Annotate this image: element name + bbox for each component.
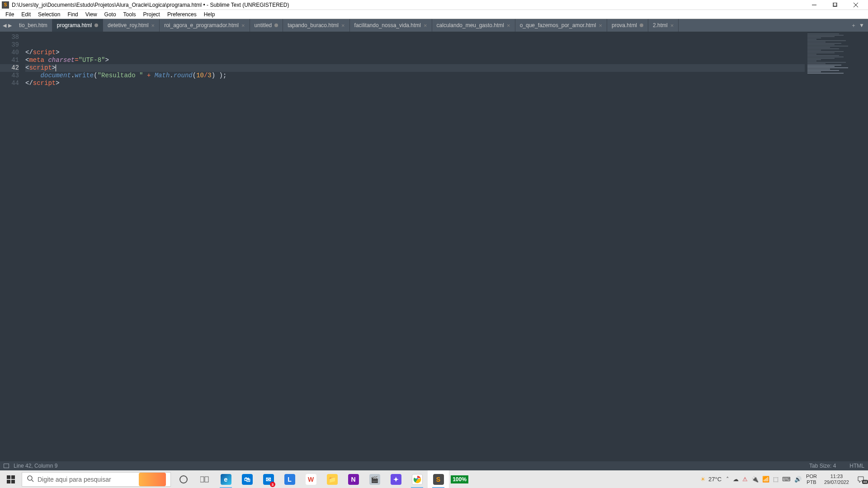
app-l-icon[interactable]: L: [279, 470, 300, 488]
tab-dropdown-button[interactable]: ▼: [859, 22, 864, 28]
keyboard-icon[interactable]: ⌨: [782, 476, 791, 483]
code-area[interactable]: </script><meta charset="UTF-8"><script> …: [24, 32, 805, 470]
menu-preferences[interactable]: Preferences: [164, 10, 200, 19]
code-line[interactable]: document.write("Resultado " + Math.round…: [25, 72, 805, 80]
code-line[interactable]: <meta charset="UTF-8">: [25, 56, 805, 64]
line-number: 39: [0, 41, 19, 49]
tab-roi-agora-e-programador-html[interactable]: roi_agora_e_programador.html×: [160, 19, 250, 32]
menu-tools[interactable]: Tools: [120, 10, 140, 19]
battery-app-icon[interactable]: 100%: [449, 470, 470, 488]
tab-close-icon[interactable]: ×: [507, 22, 510, 29]
close-button[interactable]: [845, 0, 866, 10]
tab-next-icon[interactable]: ▶: [8, 23, 12, 28]
panel-switch-icon[interactable]: [4, 464, 9, 468]
tab-close-icon[interactable]: ×: [341, 22, 345, 29]
chrome-icon[interactable]: [406, 470, 428, 488]
svg-rect-7: [7, 479, 10, 483]
store-icon[interactable]: 🛍: [236, 470, 258, 488]
tab-close-icon[interactable]: ×: [424, 22, 427, 29]
code-line[interactable]: [25, 41, 805, 49]
tab-programa-html[interactable]: programa.html: [52, 19, 103, 32]
tab-label: untitled: [255, 22, 272, 28]
code-line[interactable]: [25, 33, 805, 41]
tab-extras: ＋ ▼: [847, 19, 868, 32]
tab-close-icon[interactable]: ×: [151, 22, 155, 29]
edge-icon[interactable]: e: [215, 470, 236, 488]
onenote-icon[interactable]: N: [343, 470, 364, 488]
tab-label: calculando_meu_gasto.html: [437, 22, 504, 28]
tab-untitled[interactable]: untitled: [250, 19, 283, 32]
search-box[interactable]: Digite aqui para pesquisar: [22, 472, 171, 487]
tab-label: detetive_roy.html: [108, 22, 149, 28]
tab-calculando-meu-gasto-html[interactable]: calculando_meu_gasto.html×: [432, 19, 515, 32]
clock[interactable]: 11:23 29/07/2022: [821, 474, 852, 485]
weather-icon: ☀: [700, 476, 706, 483]
weather-widget[interactable]: ☀ 27°C: [700, 476, 722, 483]
tab-2-html[interactable]: 2.html×: [648, 19, 679, 32]
menu-selection[interactable]: Selection: [34, 10, 64, 19]
menu-project[interactable]: Project: [140, 10, 164, 19]
volume-icon[interactable]: 🔊: [794, 476, 802, 483]
tab-o-que-fazemos-por-amor-html[interactable]: o_que_fazemos_por_amor.html×: [515, 19, 607, 32]
wps-icon[interactable]: W: [300, 470, 321, 488]
menu-edit[interactable]: Edit: [18, 10, 34, 19]
cortana-icon[interactable]: [173, 470, 194, 488]
tab-nav: ◀ ▶: [0, 19, 14, 32]
tab-detetive-roy-html[interactable]: detetive_roy.html×: [103, 19, 160, 32]
tab-close-icon[interactable]: ×: [670, 22, 674, 29]
power-icon[interactable]: 🔌: [751, 476, 759, 483]
task-view-icon[interactable]: [194, 470, 215, 488]
tab-close-icon[interactable]: ×: [241, 22, 245, 29]
tab-prova-html[interactable]: prova.html: [607, 19, 648, 32]
wifi-icon[interactable]: 📶: [762, 476, 769, 483]
start-button[interactable]: [0, 470, 22, 488]
maximize-button[interactable]: [825, 0, 845, 10]
syntax-type[interactable]: HTML: [849, 463, 864, 469]
line-number: 41: [0, 56, 19, 64]
security-icon[interactable]: ⚠: [742, 476, 748, 483]
dirty-indicator-icon: [640, 23, 643, 27]
video-editor-icon[interactable]: 🎬: [364, 470, 385, 488]
svg-rect-8: [11, 479, 15, 483]
menu-help[interactable]: Help: [200, 10, 219, 19]
svg-line-10: [32, 480, 33, 482]
tab-tio-ben-htm[interactable]: tio_ben.htm: [14, 19, 52, 32]
minimize-button[interactable]: [804, 0, 825, 10]
sublime-icon[interactable]: S: [428, 470, 449, 488]
tab-facilitando-nossa-vida-html[interactable]: facilitando_nossa_vida.html×: [350, 19, 432, 32]
tab-label: o_que_fazemos_por_amor.html: [520, 22, 596, 28]
taskbar-apps: e 🛍 ✉3 L W 📁 N 🎬 ✦ S 100%: [173, 470, 470, 488]
weather-temp: 27°C: [708, 476, 722, 483]
menubar: FileEditSelectionFindViewGotoToolsProjec…: [0, 10, 868, 19]
menu-find[interactable]: Find: [64, 10, 81, 19]
tab-tapando-buraco-html[interactable]: tapando_buraco.html×: [283, 19, 349, 32]
onedrive-icon[interactable]: ☁: [733, 476, 739, 483]
chevron-up-icon[interactable]: ˄: [726, 476, 729, 483]
code-line[interactable]: <script>: [25, 64, 805, 72]
copilot-icon[interactable]: ✦: [385, 470, 406, 488]
menu-view[interactable]: View: [82, 10, 101, 19]
line-number: 40: [0, 49, 19, 56]
window-title: D:\Users\ty_jo\Documents\Estudo\Projetos…: [12, 2, 804, 8]
minimap[interactable]: [805, 32, 868, 470]
line-number: 38: [0, 33, 19, 41]
explorer-icon[interactable]: 📁: [321, 470, 343, 488]
tab-list: tio_ben.htmprograma.htmldetetive_roy.htm…: [14, 19, 847, 32]
touchpad-icon[interactable]: ⬚: [773, 476, 778, 483]
mail-icon[interactable]: ✉3: [258, 470, 279, 488]
tab-size[interactable]: Tab Size: 4: [809, 463, 836, 469]
system-tray: ☀ 27°C ˄ ☁ ⚠ 🔌 📶 ⬚ ⌨ 🔊 POR PTB 11:23 29/…: [698, 470, 868, 488]
gutter: 38394041424344: [0, 32, 24, 470]
menu-goto[interactable]: Goto: [101, 10, 120, 19]
tab-label: tio_ben.htm: [19, 22, 47, 28]
menu-file[interactable]: File: [2, 10, 18, 19]
new-tab-button[interactable]: ＋: [851, 22, 856, 29]
code-line[interactable]: </script>: [25, 49, 805, 56]
svg-point-9: [28, 476, 32, 480]
code-line[interactable]: </script>: [25, 80, 805, 87]
tab-close-icon[interactable]: ×: [599, 22, 602, 29]
language-indicator[interactable]: POR PTB: [806, 474, 817, 485]
notification-icon[interactable]: 48: [856, 476, 865, 483]
editor[interactable]: 38394041424344 </script><meta charset="U…: [0, 32, 868, 470]
tab-prev-icon[interactable]: ◀: [3, 23, 6, 28]
